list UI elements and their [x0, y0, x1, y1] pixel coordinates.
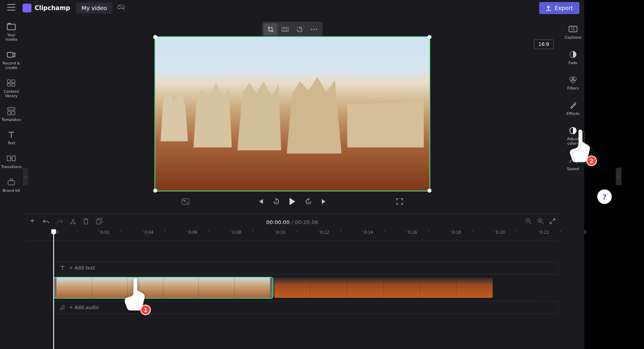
clip-handle-right[interactable] — [270, 278, 273, 298]
left-sidebar: Your media Record & create Content libra… — [0, 0, 23, 349]
svg-rect-4 — [7, 83, 10, 86]
sidebar-label: Content library — [1, 89, 22, 98]
ruler-tick: 0:10 — [276, 230, 285, 235]
svg-rect-9 — [7, 156, 10, 161]
sidebar-item-text[interactable]: Text — [0, 127, 23, 149]
ruler-tick: 0:18 — [452, 230, 461, 235]
video-clip-1[interactable] — [54, 278, 273, 298]
svg-rect-1 — [7, 52, 13, 57]
record-icon — [6, 50, 16, 60]
sidebar-label: Templates — [2, 118, 21, 122]
resize-handle-bl[interactable] — [153, 189, 157, 193]
aspect-ratio-button[interactable]: 16:9 — [534, 39, 554, 49]
sidebar-label: Speed — [567, 167, 579, 171]
svg-rect-6 — [8, 108, 15, 110]
current-time: 00:00.00 — [266, 219, 290, 225]
sidebar-label: Text — [7, 141, 15, 145]
zoom-in-button[interactable] — [538, 218, 544, 226]
help-button[interactable]: ? — [597, 189, 612, 204]
sidebar-item-adjust-colors[interactable]: Adjust colors — [562, 122, 584, 150]
sidebar-label: Your media — [1, 33, 22, 42]
brand-icon — [6, 177, 16, 187]
sidebar-label: Effects — [567, 112, 579, 116]
split-button[interactable] — [70, 218, 76, 226]
ruler-tick: 0:12 — [320, 230, 329, 235]
audio-icon — [60, 305, 65, 310]
sidebar-label: Filters — [567, 86, 579, 91]
library-icon — [6, 78, 16, 88]
sidebar-item-transitions[interactable]: Transitions — [0, 150, 23, 172]
ai-button[interactable] — [29, 218, 35, 226]
rewind-button[interactable]: 5 — [273, 198, 280, 207]
sidebar-item-media[interactable]: Your media — [0, 19, 23, 45]
add-audio-label: + Add audio — [69, 305, 99, 310]
resize-handle-tr[interactable] — [427, 35, 431, 39]
sidebar-item-speed[interactable]: Speed — [562, 152, 584, 175]
menu-button[interactable] — [5, 2, 18, 15]
sidebar-item-templates[interactable]: Templates — [0, 103, 23, 125]
text-icon — [6, 130, 16, 139]
add-text-label: + Add text — [69, 265, 95, 271]
templates-icon — [6, 106, 16, 116]
fit-timeline-button[interactable] — [550, 218, 555, 226]
ruler-tick: 0:04 — [144, 230, 153, 235]
sidebar-item-filters[interactable]: Filters — [562, 71, 584, 95]
cloud-off-icon[interactable] — [117, 4, 125, 12]
fade-icon — [568, 50, 578, 59]
preview-canvas[interactable] — [154, 36, 430, 191]
export-label: Export — [554, 5, 573, 11]
sidebar-item-record[interactable]: Record & create — [0, 47, 23, 73]
play-button[interactable] — [289, 197, 296, 207]
project-name[interactable]: My video — [76, 2, 113, 14]
timeline-area: 00:00.00 / 00:20.06 00:020:040:060:080:1… — [23, 214, 562, 349]
delete-button[interactable] — [83, 218, 89, 226]
undo-button[interactable] — [43, 218, 49, 226]
duplicate-button[interactable] — [96, 218, 102, 226]
svg-rect-5 — [12, 83, 15, 86]
transitions-icon — [6, 154, 16, 163]
resize-handle-tl[interactable] — [153, 35, 157, 39]
remove-background-button[interactable] — [181, 198, 190, 206]
sidebar-label: Record & create — [1, 61, 22, 70]
sidebar-label: Captions — [565, 35, 581, 40]
time-display: 00:00.00 / 00:20.06 — [266, 219, 318, 225]
audio-track[interactable]: + Add audio — [54, 301, 559, 314]
skip-back-button[interactable] — [257, 198, 264, 206]
timeline-ruler[interactable]: 00:020:040:060:080:100:120:140:160:180:2… — [26, 230, 559, 241]
forward-button[interactable]: 5 — [305, 198, 312, 207]
zoom-out-button[interactable] — [525, 218, 532, 226]
sidebar-item-captions[interactable]: CC Captions — [562, 20, 584, 44]
sidebar-item-brand[interactable]: Brand kit — [0, 174, 23, 196]
effects-icon — [568, 100, 578, 110]
duration: 00:20.06 — [295, 219, 318, 225]
app-logo[interactable]: Clipchamp — [23, 4, 70, 12]
skip-forward-button[interactable] — [321, 198, 327, 206]
ruler-tick: 0:14 — [364, 230, 373, 235]
ruler-tick: 0:02 — [100, 230, 109, 235]
resize-handle-br[interactable] — [427, 189, 431, 193]
svg-rect-2 — [7, 80, 10, 83]
sidebar-item-effects[interactable]: Effects — [562, 96, 584, 120]
svg-rect-23 — [96, 220, 100, 224]
playhead-line — [53, 230, 54, 349]
timeline-toolbar: 00:00.00 / 00:20.06 — [23, 214, 562, 230]
redo-button[interactable] — [56, 218, 63, 226]
app-name: Clipchamp — [35, 4, 70, 12]
sidebar-label: Brand kit — [2, 189, 20, 193]
app-header: Clipchamp My video Export — [0, 0, 584, 16]
expand-right-panel[interactable]: ‹ — [616, 168, 621, 185]
sidebar-item-library[interactable]: Content library — [0, 75, 23, 102]
ruler-tick: 0:22 — [540, 230, 549, 235]
video-clip-2[interactable] — [274, 278, 493, 298]
playback-controls: 5 5 — [23, 193, 562, 214]
fullscreen-button[interactable] — [396, 198, 403, 206]
text-track[interactable]: + Add text — [54, 262, 559, 274]
sidebar-item-fade[interactable]: Fade — [562, 46, 584, 69]
ruler-tick: 0:16 — [408, 230, 417, 235]
main-area: 16:9 — [23, 0, 562, 349]
preview-area: 16:9 — [23, 16, 562, 193]
ruler-tick: 0:08 — [232, 230, 241, 235]
export-button[interactable]: Export — [539, 2, 579, 14]
sidebar-label: Adjust colors — [563, 137, 584, 146]
svg-rect-7 — [8, 111, 10, 115]
